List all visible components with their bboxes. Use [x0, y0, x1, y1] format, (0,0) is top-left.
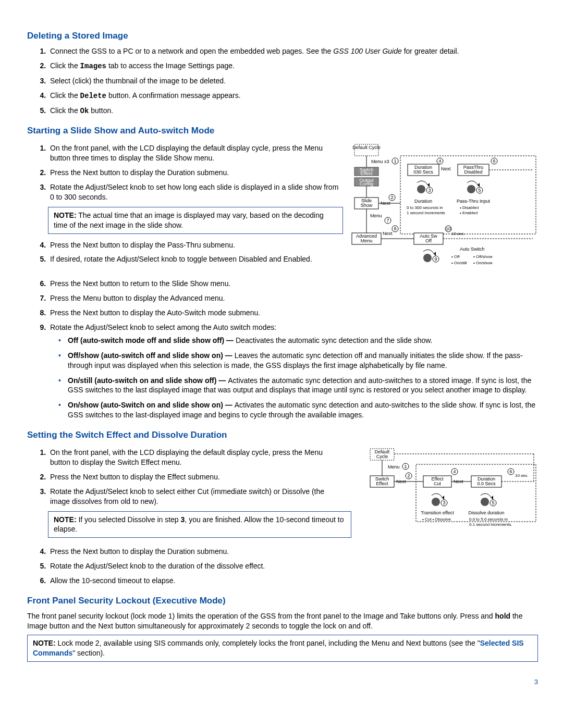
svg-marker-101 [442, 496, 444, 500]
svg-text:Cut: Cut [434, 481, 442, 486]
list-deleting: Connect the GSS to a PC or to a network … [27, 46, 538, 116]
list-slideshow-a: On the front panel, with the LCD display… [27, 143, 343, 202]
svg-text:• On/show: • On/show [473, 261, 493, 265]
heading-slideshow: Starting a Slide Show and Auto-switch Mo… [27, 125, 538, 137]
note-box: NOTE: The actual time that an image is d… [48, 207, 343, 234]
svg-text:Transition effect: Transition effect [421, 510, 454, 515]
list-slideshow-b: Press the Next button to display the Pas… [27, 240, 343, 265]
svg-text:Menu x3: Menu x3 [371, 159, 389, 164]
svg-text:3: 3 [443, 500, 445, 505]
svg-text:Disabled: Disabled [464, 169, 482, 175]
step: Rotate the Adjust/Select knob to select … [48, 323, 538, 420]
step: On the front panel, with the LCD display… [48, 448, 342, 467]
svg-marker-59 [434, 252, 436, 256]
svg-text:Duration: Duration [414, 199, 432, 204]
step: Press the Menu button to display the Adv… [48, 293, 538, 303]
svg-text:3: 3 [428, 188, 431, 193]
step: Click the Delete button. A confirmation … [48, 91, 538, 101]
step: Allow the 10-second timeout to elapse. [48, 576, 538, 586]
list-slideshow-c: Press the Next button to return to the S… [27, 279, 538, 420]
step: On the front panel, with the LCD display… [48, 143, 342, 163]
list-switcheffect-b: Press the Next button to display the Dur… [27, 547, 538, 586]
step: Click the Images tab to access the Image… [48, 61, 538, 71]
step: Rotate the Adjust/Select knob to set how… [48, 182, 342, 202]
heading-lockout: Front Panel Security Lockout (Executive … [27, 595, 538, 607]
svg-text:0.0 to 5.0 seconds in: 0.0 to 5.0 seconds in [469, 517, 508, 522]
svg-marker-43 [478, 183, 480, 187]
modes-list: Off (auto-switch mode off and slide show… [50, 336, 538, 420]
svg-text:Effect: Effect [361, 171, 373, 176]
diagram-slideshow: .bx{fill:#fff;stroke:#000;stroke-width:1… [350, 141, 538, 277]
svg-text:Dissolve duration: Dissolve duration [468, 510, 504, 515]
step: If desired, rotate the Adjust/Select kno… [48, 254, 343, 264]
svg-text:Next: Next [383, 231, 393, 236]
svg-text:Effect: Effect [376, 481, 388, 486]
step: Select (click) the thumbnail of the imag… [48, 76, 538, 86]
svg-text:2: 2 [407, 473, 410, 478]
mode-item: On/still (auto-switch on and slide show … [68, 376, 538, 396]
step: Rotate the Adjust/Select knob to the dur… [48, 561, 538, 571]
svg-text:• Disabled: • Disabled [460, 205, 479, 210]
svg-text:• Cut   • Dissolve: • Cut • Dissolve [422, 517, 451, 522]
svg-text:4: 4 [453, 469, 456, 474]
lockout-para: The front panel security lockout (lock m… [27, 611, 538, 631]
mode-item: Off/show (auto-switch off and slide show… [68, 351, 538, 371]
svg-text:Menu: Menu [361, 238, 373, 243]
svg-text:Show: Show [361, 203, 373, 208]
svg-text:• On/still: • On/still [451, 261, 467, 265]
note-box: NOTE: If you selected Dissolve in step 3… [48, 511, 351, 538]
svg-text:9: 9 [434, 256, 437, 262]
svg-text:Off: Off [425, 238, 432, 243]
step: Press the Next button to display the Aut… [48, 308, 538, 318]
step: Press the Next button to display the Pas… [48, 240, 342, 250]
heading-switcheffect: Setting the Switch Effect and Dissolve D… [27, 429, 538, 441]
step: Connect the GSS to a PC or to a network … [48, 46, 538, 56]
svg-text:• Off/show: • Off/show [473, 254, 493, 259]
svg-text:Default Cycle: Default Cycle [352, 145, 381, 150]
svg-text:030  Secs: 030 Secs [413, 169, 433, 175]
step: Press the Next button to display the Dur… [48, 168, 342, 178]
svg-text:Next: Next [441, 166, 451, 171]
page-number: 3 [27, 677, 538, 687]
svg-text:Menu: Menu [388, 464, 400, 470]
svg-point-42 [467, 185, 475, 193]
svg-text:5: 5 [478, 188, 481, 193]
svg-text:0.1 second increments.: 0.1 second increments. [469, 522, 512, 527]
svg-text:0 to 300 seconds in: 0 to 300 seconds in [407, 205, 443, 210]
step: Rotate the Adjust/Select knob to select … [48, 487, 342, 507]
svg-text:Cycle: Cycle [376, 454, 388, 459]
svg-text:• Enabled: • Enabled [460, 211, 478, 215]
heading-deleting: Deleting a Stored Image [27, 30, 538, 42]
list-switcheffect-a: On the front panel, with the LCD display… [27, 448, 359, 506]
note-box: NOTE: Lock mode 2, available using SIS c… [27, 635, 538, 662]
svg-text:1 second increments: 1 second increments [407, 211, 445, 215]
svg-text:1: 1 [404, 464, 407, 469]
svg-text:10: 10 [446, 226, 451, 231]
step: Press the Next button to return to the S… [48, 279, 538, 289]
diagram-switcheffect: .bx{fill:#fff;stroke:#000;stroke-width:1… [366, 446, 538, 545]
svg-text:Auto Switch: Auto Switch [460, 246, 485, 252]
mode-item: Off (auto-switch mode off and slide show… [68, 336, 538, 346]
svg-text:Config: Config [360, 181, 373, 187]
svg-text:2: 2 [390, 195, 393, 200]
step: Press the Next button to display the Dur… [48, 547, 538, 557]
svg-marker-105 [491, 496, 493, 500]
svg-point-104 [481, 498, 489, 506]
step: Press the Next button to display the Eff… [48, 472, 342, 482]
svg-text:0.0 Secs: 0.0 Secs [477, 481, 496, 486]
svg-point-100 [432, 498, 440, 506]
svg-text:7: 7 [386, 218, 389, 223]
svg-text:10 sec.: 10 sec. [451, 231, 465, 236]
svg-point-58 [423, 254, 432, 262]
svg-point-38 [417, 185, 425, 193]
svg-text:Menu: Menu [370, 213, 382, 218]
svg-text:8: 8 [394, 226, 396, 231]
svg-text:4: 4 [438, 158, 441, 164]
svg-text:1: 1 [394, 158, 396, 164]
svg-text:6: 6 [493, 158, 495, 164]
svg-text:10 sec.: 10 sec. [515, 473, 529, 478]
svg-text:5: 5 [492, 500, 494, 505]
mode-item: On/show (auto-Switch on and slide show o… [68, 400, 538, 420]
svg-text:6: 6 [509, 469, 512, 474]
svg-text:Pass-Thru Input: Pass-Thru Input [457, 199, 491, 204]
